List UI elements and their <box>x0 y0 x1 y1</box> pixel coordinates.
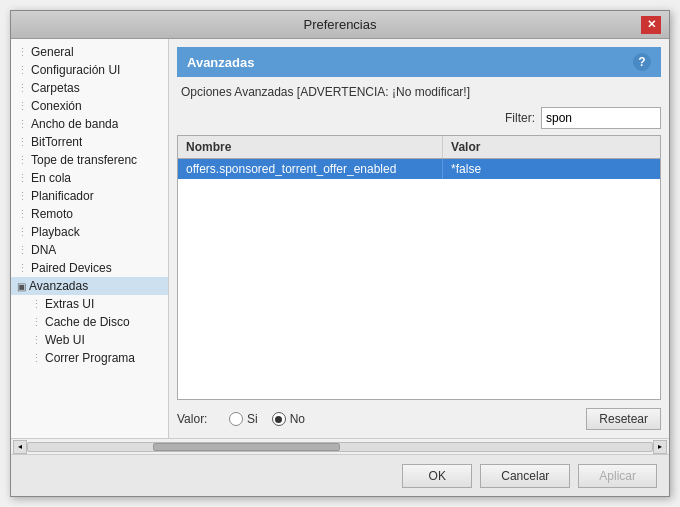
tree-line-icon: ⋮ <box>17 46 28 59</box>
table-body: offers.sponsored_torrent_offer_enabled*f… <box>178 159 660 399</box>
sidebar-item-label: En cola <box>31 171 71 185</box>
filter-label: Filter: <box>505 111 535 125</box>
radio-si-label: Si <box>247 412 258 426</box>
close-button[interactable]: ✕ <box>641 16 661 34</box>
bottom-controls: Valor: Si No Resetear <box>177 408 661 430</box>
scroll-left-arrow[interactable]: ◂ <box>13 440 27 454</box>
tree-line-icon: ⋮ <box>31 298 42 311</box>
ok-button[interactable]: OK <box>402 464 472 488</box>
sidebar-item[interactable]: ⋮ Web UI <box>11 331 168 349</box>
table-cell-valor: *false <box>443 159 660 179</box>
resetear-button[interactable]: Resetear <box>586 408 661 430</box>
apply-button[interactable]: Aplicar <box>578 464 657 488</box>
sidebar-item[interactable]: ⋮ Configuración UI <box>11 61 168 79</box>
title-bar: Preferencias ✕ <box>11 11 669 39</box>
table-cell-nombre: offers.sponsored_torrent_offer_enabled <box>178 159 443 179</box>
cancel-button[interactable]: Cancelar <box>480 464 570 488</box>
panel-title: Avanzadas <box>187 55 254 70</box>
tree-line-icon: ⋮ <box>17 172 28 185</box>
tree-line-icon: ⋮ <box>31 352 42 365</box>
main-panel: Avanzadas ? Opciones Avanzadas [ADVERTEN… <box>169 39 669 438</box>
valor-label: Valor: <box>177 412 217 426</box>
radio-no[interactable]: No <box>272 412 305 426</box>
scrollbar-track <box>27 442 653 452</box>
sidebar-item[interactable]: ⋮ Playback <box>11 223 168 241</box>
content-area: ⋮ General⋮ Configuración UI⋮ Carpetas⋮ C… <box>11 39 669 438</box>
table-header: Nombre Valor <box>178 136 660 159</box>
dialog-footer: OK Cancelar Aplicar <box>11 454 669 496</box>
sidebar-item-label: Cache de Disco <box>45 315 130 329</box>
sidebar-scrollbar[interactable]: ◂ ▸ <box>11 438 669 454</box>
radio-group: Si No <box>229 412 574 426</box>
panel-header: Avanzadas ? <box>177 47 661 77</box>
sidebar-item[interactable]: ⋮ Correr Programa <box>11 349 168 367</box>
tree-line-icon: ⋮ <box>17 64 28 77</box>
tree-line-icon: ⋮ <box>17 262 28 275</box>
tree-expand-icon: ▣ <box>17 281 26 292</box>
sidebar-item[interactable]: ⋮ General <box>11 43 168 61</box>
options-table: Nombre Valor offers.sponsored_torrent_of… <box>177 135 661 400</box>
filter-input[interactable] <box>541 107 661 129</box>
sidebar-item[interactable]: ⋮ Extras UI <box>11 295 168 313</box>
tree-line-icon: ⋮ <box>17 190 28 203</box>
sidebar-item-label: Paired Devices <box>31 261 112 275</box>
help-button[interactable]: ? <box>633 53 651 71</box>
tree-line-icon: ⋮ <box>17 118 28 131</box>
sidebar-item-label: BitTorrent <box>31 135 82 149</box>
sidebar-item-label: Conexión <box>31 99 82 113</box>
tree-line-icon: ⋮ <box>17 226 28 239</box>
sidebar-item-label: Correr Programa <box>45 351 135 365</box>
radio-no-circle <box>272 412 286 426</box>
sidebar-item[interactable]: ⋮ En cola <box>11 169 168 187</box>
sidebar-item-label: Carpetas <box>31 81 80 95</box>
tree-line-icon: ⋮ <box>17 136 28 149</box>
sidebar-item-label: Avanzadas <box>29 279 88 293</box>
scroll-right-arrow[interactable]: ▸ <box>653 440 667 454</box>
tree-line-icon: ⋮ <box>17 82 28 95</box>
sidebar-item[interactable]: ▣ Avanzadas <box>11 277 168 295</box>
sidebar-item-label: Web UI <box>45 333 85 347</box>
sidebar-item-label: Tope de transferenc <box>31 153 137 167</box>
sidebar-item[interactable]: ⋮ Carpetas <box>11 79 168 97</box>
filter-row: Filter: <box>177 107 661 129</box>
tree-line-icon: ⋮ <box>31 334 42 347</box>
warning-text: Opciones Avanzadas [ADVERTENCIA: ¡No mod… <box>177 85 661 99</box>
column-nombre: Nombre <box>178 136 443 158</box>
sidebar-item[interactable]: ⋮ Paired Devices <box>11 259 168 277</box>
tree-line-icon: ⋮ <box>17 100 28 113</box>
sidebar-item-label: Remoto <box>31 207 73 221</box>
sidebar-item[interactable]: ⋮ Tope de transferenc <box>11 151 168 169</box>
sidebar-item[interactable]: ⋮ DNA <box>11 241 168 259</box>
sidebar-item-label: Ancho de banda <box>31 117 118 131</box>
sidebar-item[interactable]: ⋮ Cache de Disco <box>11 313 168 331</box>
sidebar: ⋮ General⋮ Configuración UI⋮ Carpetas⋮ C… <box>11 39 169 438</box>
sidebar-item-label: DNA <box>31 243 56 257</box>
preferences-window: Preferencias ✕ ⋮ General⋮ Configuración … <box>10 10 670 497</box>
sidebar-item[interactable]: ⋮ Conexión <box>11 97 168 115</box>
scrollbar-thumb[interactable] <box>153 443 340 451</box>
table-row[interactable]: offers.sponsored_torrent_offer_enabled*f… <box>178 159 660 179</box>
radio-si[interactable]: Si <box>229 412 258 426</box>
sidebar-item[interactable]: ⋮ Planificador <box>11 187 168 205</box>
radio-no-label: No <box>290 412 305 426</box>
sidebar-item[interactable]: ⋮ Ancho de banda <box>11 115 168 133</box>
sidebar-item[interactable]: ⋮ Remoto <box>11 205 168 223</box>
radio-si-circle <box>229 412 243 426</box>
tree-line-icon: ⋮ <box>17 208 28 221</box>
tree-line-icon: ⋮ <box>17 154 28 167</box>
sidebar-item-label: Configuración UI <box>31 63 120 77</box>
window-title: Preferencias <box>233 17 447 32</box>
tree-line-icon: ⋮ <box>31 316 42 329</box>
sidebar-item-label: General <box>31 45 74 59</box>
sidebar-item-label: Extras UI <box>45 297 94 311</box>
column-valor: Valor <box>443 136 660 158</box>
tree-line-icon: ⋮ <box>17 244 28 257</box>
sidebar-item-label: Playback <box>31 225 80 239</box>
sidebar-item[interactable]: ⋮ BitTorrent <box>11 133 168 151</box>
sidebar-item-label: Planificador <box>31 189 94 203</box>
radio-no-dot <box>275 416 282 423</box>
